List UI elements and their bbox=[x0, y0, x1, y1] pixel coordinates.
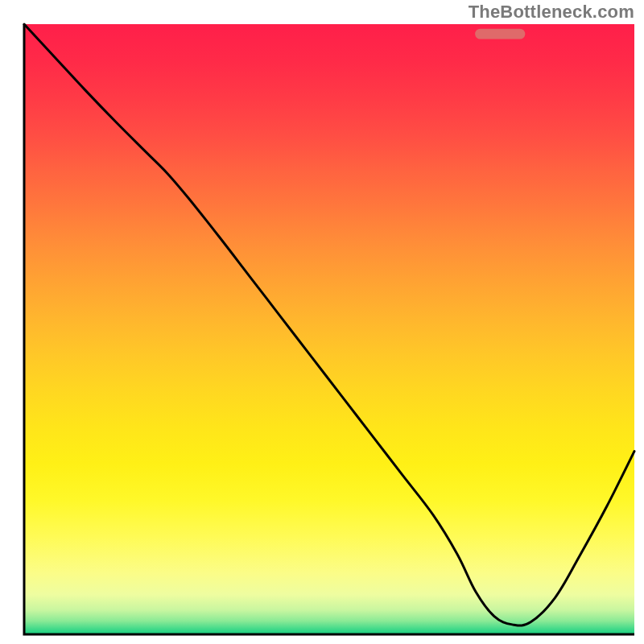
svg-rect-0 bbox=[24, 24, 634, 634]
optimum-marker bbox=[475, 29, 525, 39]
chart-container: TheBottleneck.com bbox=[0, 0, 644, 644]
plot-area bbox=[24, 24, 634, 634]
bottleneck-chart bbox=[0, 0, 644, 644]
watermark-text: TheBottleneck.com bbox=[469, 2, 634, 23]
